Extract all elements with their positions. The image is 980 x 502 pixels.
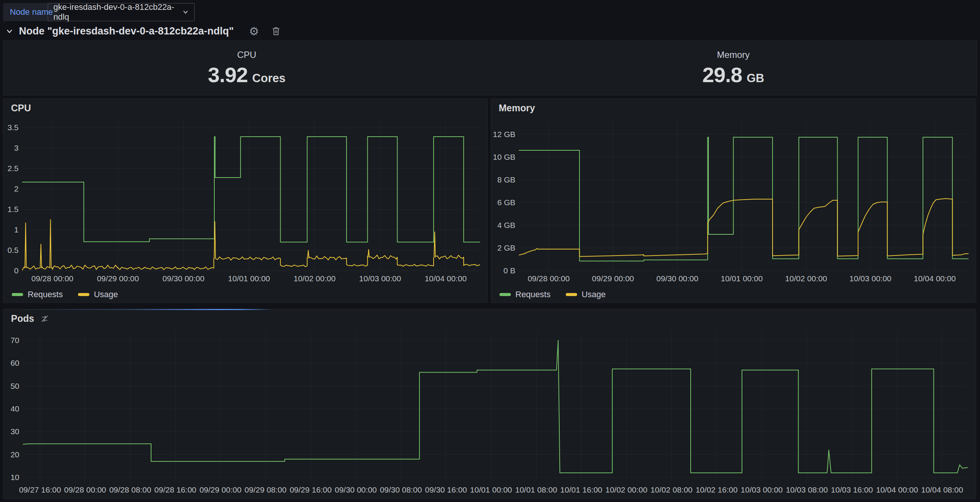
svg-text:0.5: 0.5: [8, 246, 19, 254]
svg-text:10/01 00:00: 10/01 00:00: [721, 274, 763, 283]
cpu-stat: CPU 3.92 Cores: [3, 41, 490, 95]
svg-text:09/29 00:00: 09/29 00:00: [592, 274, 634, 283]
cpu-stat-unit: Cores: [252, 71, 286, 85]
svg-text:2: 2: [14, 184, 19, 193]
svg-text:09/30 16:00: 09/30 16:00: [425, 485, 467, 494]
sync-slash-icon: [40, 314, 49, 323]
svg-text:10/02 00:00: 10/02 00:00: [785, 274, 827, 283]
svg-text:10/04 00:00: 10/04 00:00: [425, 274, 466, 283]
svg-text:50: 50: [11, 381, 19, 390]
svg-text:09/27 16:00: 09/27 16:00: [19, 485, 61, 494]
pods-panel-title[interactable]: Pods: [11, 313, 49, 324]
svg-text:09/28 16:00: 09/28 16:00: [154, 485, 197, 494]
svg-text:40: 40: [11, 404, 19, 413]
usage-legend-swatch: [566, 293, 577, 296]
chevron-down-icon: [182, 9, 189, 16]
pods-chart-canvas[interactable]: 1020304050607009/27 16:0009/28 00:0009/2…: [4, 326, 972, 496]
memory-legend-requests[interactable]: Requests: [500, 290, 550, 299]
svg-text:6 GB: 6 GB: [497, 198, 515, 207]
svg-text:09/29 00:00: 09/29 00:00: [200, 485, 242, 494]
memory-legend-usage[interactable]: Usage: [566, 290, 606, 299]
svg-text:10/01 00:00: 10/01 00:00: [470, 485, 512, 494]
svg-text:09/30 00:00: 09/30 00:00: [335, 485, 377, 494]
svg-text:10/03 00:00: 10/03 00:00: [359, 274, 401, 283]
svg-text:09/29 16:00: 09/29 16:00: [290, 485, 332, 494]
cpu-stat-label: CPU: [237, 49, 256, 60]
memory-stat-label: Memory: [717, 49, 750, 60]
cpu-legend-usage[interactable]: Usage: [78, 290, 118, 299]
row-collapse-chevron-down-icon[interactable]: [5, 27, 14, 35]
panel-loading-indicator: [8, 309, 273, 310]
svg-text:09/28 00:00: 09/28 00:00: [528, 274, 570, 283]
svg-text:10/03 08:00: 10/03 08:00: [786, 485, 828, 494]
svg-text:09/30 00:00: 09/30 00:00: [162, 274, 204, 283]
node-name-dropdown[interactable]: gke-iresdash-dev-0-a-812cb22a-ndlq: [48, 3, 195, 21]
svg-text:0: 0: [14, 266, 19, 275]
svg-text:0 B: 0 B: [503, 266, 515, 275]
svg-text:10/03 16:00: 10/03 16:00: [831, 485, 873, 494]
svg-text:10/02 00:00: 10/02 00:00: [293, 274, 336, 283]
memory-stat-value: 29.8: [702, 62, 742, 87]
requests-legend-swatch: [12, 293, 23, 296]
svg-text:8 GB: 8 GB: [497, 175, 515, 184]
svg-text:09/30 00:00: 09/30 00:00: [656, 274, 698, 283]
svg-text:4 GB: 4 GB: [497, 221, 515, 229]
svg-text:70: 70: [11, 336, 19, 345]
stats-panel: CPU 3.92 Cores Memory 29.8 GB: [3, 40, 977, 95]
svg-text:3: 3: [14, 143, 19, 152]
svg-text:10/02 08:00: 10/02 08:00: [651, 485, 693, 494]
svg-text:10/03 00:00: 10/03 00:00: [741, 485, 783, 494]
svg-text:10/01 08:00: 10/01 08:00: [515, 485, 557, 494]
memory-chart-canvas[interactable]: 0 B2 GB4 GB6 GB8 GB10 GB12 GB09/28 00:00…: [493, 116, 973, 284]
svg-text:30: 30: [11, 427, 19, 436]
cpu-panel: CPU 00.511.522.533.509/28 00:0009/29 00:…: [3, 98, 488, 303]
svg-text:10/02 00:00: 10/02 00:00: [606, 485, 648, 494]
svg-text:2 GB: 2 GB: [497, 243, 515, 252]
svg-text:09/30 08:00: 09/30 08:00: [380, 485, 422, 494]
svg-text:09/29 08:00: 09/29 08:00: [245, 485, 286, 494]
pods-panel: Pods 1020304050607009/27 16:0009/28 00:0…: [3, 309, 976, 499]
svg-text:10/03 00:00: 10/03 00:00: [850, 274, 891, 283]
cpu-stat-value: 3.92: [208, 62, 248, 87]
row-title[interactable]: Node "gke-iresdash-dev-0-a-812cb22a-ndlq…: [19, 25, 234, 37]
svg-text:10: 10: [11, 473, 19, 481]
svg-text:10/04 08:00: 10/04 08:00: [921, 485, 963, 494]
node-name-dropdown-value: gke-iresdash-dev-0-a-812cb22a-ndlq: [53, 2, 182, 22]
memory-stat: Memory 29.8 GB: [490, 41, 977, 95]
svg-text:1: 1: [14, 225, 19, 234]
cpu-chart-canvas[interactable]: 00.511.522.533.509/28 00:0009/29 00:0009…: [5, 116, 484, 284]
svg-text:10/01 16:00: 10/01 16:00: [560, 485, 603, 494]
svg-text:60: 60: [11, 359, 19, 367]
usage-legend-swatch: [78, 293, 89, 296]
row-settings-gear-icon[interactable]: ⚙: [249, 25, 259, 38]
svg-text:12 GB: 12 GB: [493, 130, 515, 138]
svg-text:3.5: 3.5: [8, 123, 19, 132]
memory-panel-title[interactable]: Memory: [499, 103, 535, 114]
svg-text:09/28 00:00: 09/28 00:00: [64, 485, 106, 494]
memory-stat-unit: GB: [747, 71, 765, 85]
svg-text:10/02 16:00: 10/02 16:00: [695, 485, 738, 494]
svg-text:20: 20: [11, 450, 19, 459]
cpu-legend-requests[interactable]: Requests: [12, 290, 63, 299]
svg-text:09/28 08:00: 09/28 08:00: [109, 485, 151, 494]
svg-text:10 GB: 10 GB: [493, 153, 515, 161]
svg-text:10/04 00:00: 10/04 00:00: [914, 274, 956, 283]
svg-text:10/04 00:00: 10/04 00:00: [876, 485, 918, 494]
cpu-panel-title[interactable]: CPU: [11, 103, 31, 114]
svg-text:09/29 00:00: 09/29 00:00: [97, 274, 139, 283]
requests-legend-swatch: [500, 293, 511, 296]
row-delete-trash-icon[interactable]: [271, 26, 281, 36]
svg-text:2.5: 2.5: [8, 164, 19, 173]
memory-panel: Memory 0 B2 GB4 GB6 GB8 GB10 GB12 GB09/2…: [491, 98, 976, 303]
svg-text:1.5: 1.5: [8, 205, 19, 213]
svg-text:10/01 00:00: 10/01 00:00: [228, 274, 270, 283]
svg-text:09/28 00:00: 09/28 00:00: [32, 274, 73, 283]
